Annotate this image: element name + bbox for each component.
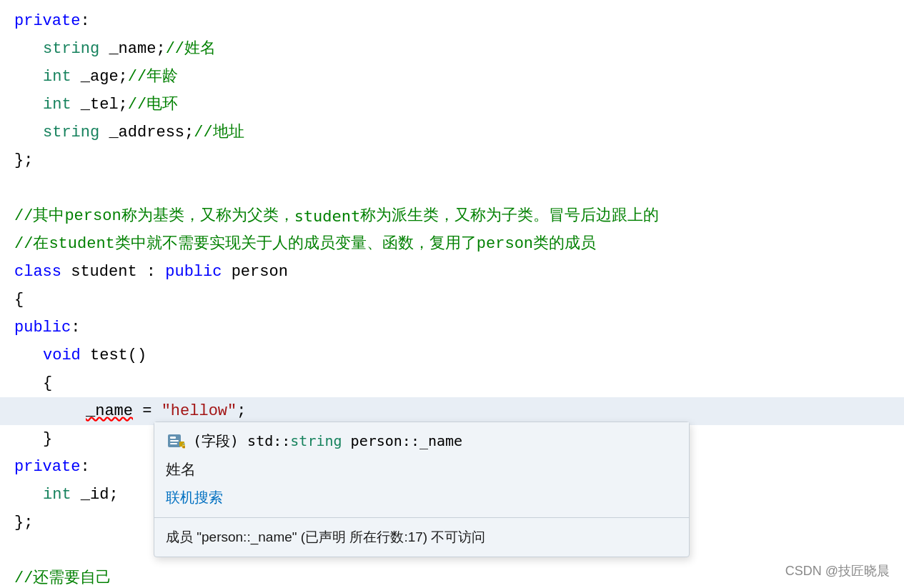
comment-partial: //还需要自己: [14, 564, 111, 588]
comment-inheritance-1: //其中person称为基类，又称为父类，: [14, 202, 294, 230]
keyword-private-2: private: [14, 453, 80, 481]
keyword-public: public: [14, 314, 71, 342]
code-line-11: {: [0, 286, 904, 314]
tooltip-divider: [154, 517, 689, 518]
code-line-21: //还需要自己: [0, 564, 904, 588]
comment-age: //年龄: [128, 63, 178, 91]
keyword-private: private: [14, 7, 80, 35]
code-line-5: string _address; //地址: [0, 119, 904, 146]
tooltip-description: 姓名: [154, 457, 689, 487]
comment-inheritance-2: //在student类中就不需要实现关于人的成员变量、函数，复用了person类…: [14, 230, 596, 258]
code-line-1: private:: [0, 7, 904, 35]
svg-text:🔒: 🔒: [181, 442, 186, 449]
field-icon: 🔒: [166, 431, 186, 451]
csdn-watermark: CSDN @技匠晓晨: [785, 562, 890, 579]
type-string-address: string: [43, 119, 99, 146]
svg-rect-2: [170, 440, 179, 442]
keyword-class: class: [14, 258, 61, 286]
type-string: string: [43, 35, 99, 63]
comment-tel: //电环: [128, 91, 178, 119]
tooltip-popup: 🔒 (字段) std::string person::_name 姓名 联机搜索…: [154, 422, 690, 557]
code-line-12: public:: [0, 314, 904, 342]
code-line-2: string _name; //姓名: [0, 35, 904, 63]
tooltip-online-search-link[interactable]: 联机搜索: [154, 487, 689, 514]
type-int-id: int: [43, 481, 71, 509]
code-line-6: };: [0, 146, 904, 174]
code-line-13: void test(): [0, 342, 904, 369]
tooltip-type: string: [290, 432, 342, 449]
code-line-3: int _age; //年龄: [0, 63, 904, 91]
tooltip-header: 🔒 (字段) std::string person::_name: [154, 422, 689, 457]
svg-rect-3: [170, 443, 177, 444]
comment-name: //姓名: [166, 35, 216, 63]
tooltip-signature-text: (字段) std::string person::_name: [193, 432, 462, 451]
tooltip-error-message: 成员 "person::_name" (已声明 所在行数:17) 不可访问: [154, 521, 689, 557]
keyword-public-inherit: public: [165, 258, 222, 286]
comment-address: //地址: [194, 119, 244, 146]
svg-rect-1: [170, 437, 176, 439]
keyword-void: void: [43, 342, 81, 369]
field-symbol-svg: 🔒: [167, 432, 185, 450]
code-line-14: {: [0, 369, 904, 397]
type-int-age: int: [43, 63, 71, 91]
code-line-8: //其中person称为基类，又称为父类，student称为派生类，又称为子类。…: [0, 202, 904, 230]
code-line-7: [0, 174, 904, 202]
code-line-9: //在student类中就不需要实现关于人的成员变量、函数，复用了person类…: [0, 230, 904, 258]
identifier-name-underlined: _name: [86, 397, 133, 425]
code-line-4: int _tel; //电环: [0, 91, 904, 119]
type-int-tel: int: [43, 91, 71, 119]
code-line-10: class student : public person: [0, 258, 904, 286]
